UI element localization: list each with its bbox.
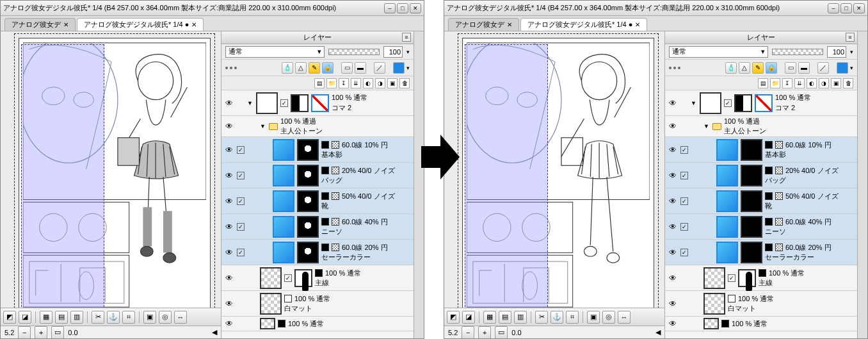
layer-list[interactable]: 👁 ▼ ✓ 100 % 通常 コマ 2 👁 ▼ [221,90,414,338]
lock-icon[interactable]: 🔒 [766,62,777,74]
expand-icon[interactable]: ▼ [691,100,697,106]
chevron-down-icon[interactable]: ▾ [406,49,410,55]
visibility-icon[interactable]: 👁 [668,145,678,155]
visibility-icon[interactable]: 👁 [224,299,234,309]
expand-icon[interactable]: ▼ [260,123,266,129]
visibility-icon[interactable]: 👁 [668,247,678,258]
mask-button[interactable]: ▬ [355,62,366,74]
checkbox[interactable]: ✓ [237,146,245,154]
transfer-icon[interactable]: ↧ [782,78,792,88]
visibility-icon[interactable]: 👁 [224,196,234,206]
checkbox[interactable]: ✓ [724,99,732,107]
checkbox[interactable]: ✓ [680,223,688,231]
color-swatch[interactable] [393,62,405,74]
tool-button[interactable]: ◎ [602,311,615,324]
close-icon[interactable]: ✕ [63,21,68,28]
layer-list[interactable]: 👁 ▼ ✓ 100 % 通常 コマ 2 👁 ▼ [665,90,857,338]
layer-row-tone[interactable]: 👁 ✓ 60.0線 40% 円 ニーソ [221,214,414,240]
layer-row[interactable]: 👁 100 % 通常 [221,317,414,331]
scroll-left-icon[interactable]: ◀ [212,328,217,336]
visibility-icon[interactable]: 👁 [668,170,678,181]
marker-icon[interactable]: △ [739,62,750,74]
checkbox[interactable]: ✓ [680,172,688,179]
layer-row-frame[interactable]: 👁 ▼ ✓ 100 % 通常 コマ 2 [665,90,857,116]
visibility-icon[interactable]: 👁 [224,273,234,283]
tab-active[interactable]: アナログ彼女デジタル彼氏* 1/4 ● ✕ [77,18,204,31]
layer-row-frame[interactable]: 👁 ▼ ✓ 100 % 通常 コマ 2 [221,90,414,116]
bottle-icon[interactable]: 🧴 [725,62,737,74]
clip-icon[interactable]: ▣ [387,78,398,88]
tool-button[interactable]: ▣ [143,311,156,324]
tool-button[interactable]: ↔ [174,311,187,324]
expand-icon[interactable]: ▼ [247,100,253,106]
layer-row-tone[interactable]: 👁 ✓ 60.0線 10% 円 基本影 [665,137,857,163]
new-folder-icon[interactable]: 📁 [326,78,337,88]
visibility-icon[interactable]: 👁 [668,98,678,108]
close-window-button[interactable]: ✕ [853,3,865,13]
minimize-button[interactable]: – [384,3,396,13]
layer-row-tone[interactable]: 👁 ✓ 20% 40/0 ノイズ バッグ [665,163,857,188]
tool-button[interactable]: ◩ [447,311,460,324]
tool-button[interactable]: ◎ [159,311,172,324]
transfer-icon[interactable]: ↧ [339,78,349,88]
visibility-icon[interactable]: 👁 [668,273,678,283]
vertical-scrollbar[interactable] [857,31,867,338]
chevron-down-icon[interactable]: ▾ [406,65,410,71]
layer-row[interactable]: 👁 100 % 通常 [665,317,857,331]
color-swatch[interactable] [837,62,848,74]
pen-icon[interactable]: ✎ [309,62,320,74]
canvas-viewport[interactable] [1,31,221,308]
checkbox[interactable]: ✓ [280,99,288,107]
ruler-icon[interactable]: ／ [374,62,385,74]
tool-button[interactable]: ◪ [19,311,31,324]
checkbox[interactable]: ✓ [237,223,245,231]
pen-icon[interactable]: ✎ [752,62,764,74]
chevron-down-icon[interactable]: ▾ [850,65,853,71]
tool-button[interactable]: ▤ [499,311,511,324]
bottle-icon[interactable]: 🧴 [282,62,293,74]
mask-icon[interactable]: ◐ [807,78,817,88]
blend-mode-select[interactable]: 通常▾ [669,46,768,58]
checkbox[interactable]: ✓ [680,146,688,154]
checkbox[interactable]: ✓ [237,197,245,205]
checkbox[interactable]: ✓ [284,274,292,282]
tab-inactive[interactable]: アナログ彼女デ ✕ [448,18,519,31]
checkbox[interactable]: ✓ [680,249,688,256]
maximize-button[interactable]: □ [840,3,852,13]
chevron-down-icon[interactable]: ▾ [850,49,853,55]
visibility-icon[interactable]: 👁 [224,98,234,108]
layer-row-tone[interactable]: 👁 ✓ 60.0線 40% 円 ニーソ [665,214,857,240]
layer-row-tone[interactable]: 👁 ✓ 50% 40/0 ノイズ 靴 [665,188,857,214]
tool-button[interactable]: ◩ [3,311,16,324]
cut-icon[interactable]: ✂ [92,311,104,324]
visibility-icon[interactable]: 👁 [224,318,234,329]
opacity-field[interactable]: 100 [827,46,846,58]
close-icon[interactable]: ✕ [507,21,512,28]
tool-button[interactable]: ▦ [40,311,52,324]
cut-icon[interactable]: ✂ [535,311,548,324]
tool-button[interactable]: ▥ [514,311,527,324]
canvas-viewport[interactable] [444,31,664,308]
checkbox[interactable]: ✓ [237,249,245,256]
checkbox[interactable]: ✓ [237,172,245,179]
layer-row-mat[interactable]: 👁 100 % 通常 白マット [665,291,857,317]
layer-folder[interactable]: 👁 ▼ 100 % 通過 主人公トーン [665,116,857,137]
opacity-field[interactable]: 100 [383,46,403,58]
ruler-icon[interactable]: ／ [817,62,829,74]
checkbox[interactable]: ✓ [680,197,688,205]
visibility-icon[interactable]: 👁 [668,318,678,329]
visibility-icon[interactable]: 👁 [224,145,234,155]
transform-icon[interactable]: ⌗ [122,311,135,324]
new-layer-icon[interactable]: ▤ [758,78,768,88]
merge-icon[interactable]: ⇊ [794,78,805,88]
zoom-in-icon[interactable]: + [478,326,491,339]
maximize-button[interactable]: □ [397,3,408,13]
layer-row-tone[interactable]: 👁 ✓ 60.0線 20% 円 セーラーカラー [221,240,414,265]
panel-menu-icon[interactable]: ≡ [846,33,855,42]
zoom-out-icon[interactable]: − [462,326,474,339]
layer-folder[interactable]: 👁 ▼ 100 % 通過 主人公トーン [221,116,414,137]
blend-mode-select[interactable]: 通常▾ [225,46,325,58]
tool-button[interactable]: ▦ [483,311,496,324]
visibility-icon[interactable]: 👁 [224,170,234,181]
close-icon[interactable]: ✕ [635,21,640,28]
